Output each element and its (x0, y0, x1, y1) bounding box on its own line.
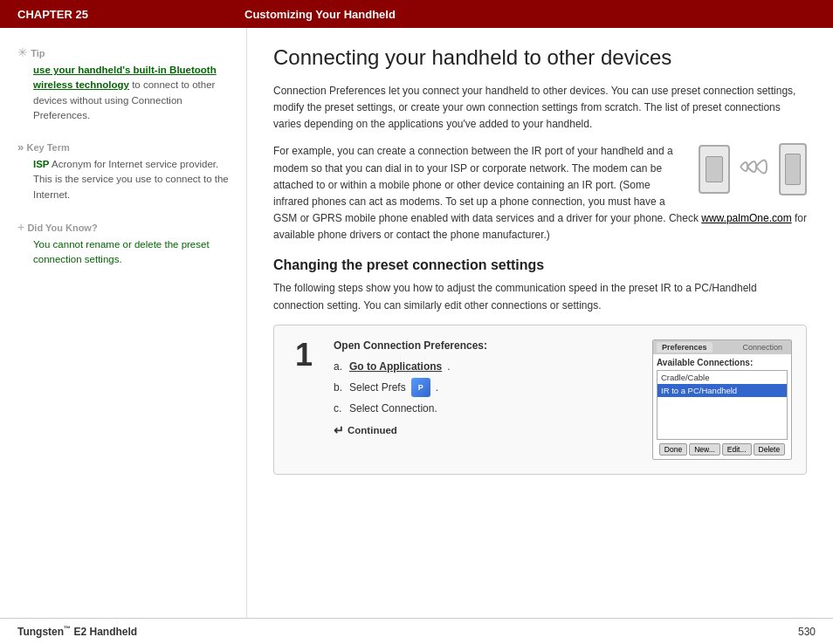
conn-tab: Connection (737, 342, 788, 353)
connections-list: Cradle/Cable IR to a PC/Handheld (657, 370, 788, 440)
continued-label: ↵ Continued (334, 423, 638, 437)
model-name: E2 Handheld (73, 626, 137, 638)
done-button[interactable]: Done (659, 443, 687, 456)
phone-device-icon (779, 143, 807, 195)
page-footer: Tungsten™ E2 Handheld 530 (0, 618, 833, 644)
sidebar-did-you-know: + Did You Know? You cannot rename or del… (17, 220, 232, 268)
prefs-icon: P (411, 378, 430, 397)
key-term-label: Key Term (26, 142, 69, 153)
ir-illustration (699, 143, 807, 195)
prefs-tab: Preferences (657, 342, 713, 353)
tip-label: Tip (31, 48, 45, 58)
step-a-suffix: . (447, 360, 450, 373)
step-title: Open Connection Preferences: (334, 339, 638, 352)
screenshot-mockup: Preferences Connection Available Connect… (652, 339, 792, 460)
page-heading: Connecting your handheld to other device… (273, 45, 807, 71)
main-layout: ✳ Tip use your handheld's built-in Bluet… (0, 28, 833, 618)
screenshot-header: Preferences Connection (653, 340, 791, 354)
step-list: a. Go to Applications. b. Select Prefs P… (334, 360, 638, 414)
section-heading: Changing the preset connection settings (273, 257, 807, 273)
edit-button[interactable]: Edit... (722, 443, 752, 456)
sidebar-tip: ✳ Tip use your handheld's built-in Bluet… (17, 45, 232, 123)
list-label-a: a. (334, 360, 344, 373)
plus-icon: + (17, 220, 24, 234)
ir-waves-icon (733, 149, 775, 190)
sidebar-key-term: » Key Term ISP Acronym for Internet serv… (17, 140, 232, 202)
page-number: 530 (798, 626, 816, 638)
pda-device-icon (699, 145, 730, 194)
step-list-item-c: c. Select Connection. (334, 402, 638, 414)
page-header: CHAPTER 25 Customizing Your Handheld (0, 0, 833, 28)
new-button[interactable]: New... (689, 443, 720, 456)
tip-content: use your handheld's built-in Bluetooth w… (33, 63, 232, 123)
did-you-know-text: You cannot rename or delete the preset c… (33, 239, 210, 264)
list-label-c: c. (334, 402, 344, 414)
key-term-content: ISP Acronym for Internet service provide… (33, 157, 232, 202)
screenshot-title: Available Connections: (657, 358, 788, 367)
continued-text: Continued (348, 425, 397, 435)
continued-arrow-icon: ↵ (334, 423, 344, 437)
sidebar: ✳ Tip use your handheld's built-in Bluet… (0, 28, 247, 618)
step-c-text: Select Connection. (349, 402, 437, 414)
header-title: Customizing Your Handheld (244, 8, 396, 21)
screenshot-body: Available Connections: Cradle/Cable IR t… (653, 354, 791, 459)
para-2-part1: For example, you can create a connection… (273, 145, 701, 224)
isp-term: ISP (33, 159, 50, 169)
step-b-suffix: . (436, 381, 438, 394)
step-content: Open Connection Preferences: a. Go to Ap… (334, 339, 638, 460)
conn-item-0: Cradle/Cable (657, 371, 787, 384)
step-a-link[interactable]: Go to Applications (349, 360, 442, 373)
did-you-know-content: You cannot rename or delete the preset c… (33, 237, 232, 268)
isp-definition: Acronym for Internet service provider. T… (33, 159, 229, 200)
footer-brand: Tungsten™ E2 Handheld (17, 625, 137, 638)
list-label-b: b. (334, 381, 344, 394)
conn-item-empty-3 (657, 425, 787, 439)
brand-name: Tungsten (17, 626, 64, 638)
delete-button[interactable]: Delete (754, 443, 786, 456)
did-you-know-label: Did You Know? (27, 223, 97, 233)
step-list-item-a: a. Go to Applications. (334, 360, 638, 373)
step-b-text: Select Prefs (349, 381, 406, 394)
step-list-item-b: b. Select Prefs P . (334, 378, 638, 397)
double-arrow-icon: » (17, 140, 24, 154)
step-box-1: 1 Open Connection Preferences: a. Go to … (273, 325, 807, 475)
trademark-symbol: ™ (64, 625, 71, 633)
screenshot-footer: Done New... Edit... Delete (657, 443, 788, 456)
content-area: Connecting your handheld to other device… (247, 28, 833, 618)
palmone-link[interactable]: www.palmOne.com (701, 212, 791, 224)
para-1: Connection Preferences let you connect y… (273, 83, 807, 134)
step-number: 1 (288, 339, 320, 460)
asterisk-icon: ✳ (17, 45, 28, 59)
para-2-block: For example, you can create a connection… (273, 143, 807, 254)
chapter-label: CHAPTER 25 (17, 8, 244, 21)
conn-item-1: IR to a PC/Handheld (657, 384, 787, 397)
conn-item-empty-1 (657, 397, 787, 411)
section-para: The following steps show you how to adju… (273, 280, 807, 313)
conn-item-empty-2 (657, 411, 787, 425)
